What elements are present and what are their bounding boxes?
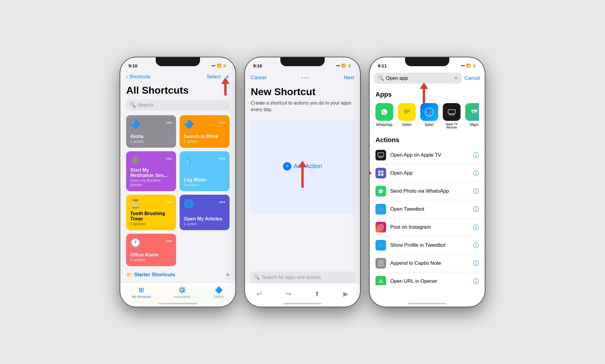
open-tweetbot-info[interactable]: ⓘ	[473, 205, 479, 213]
open-appletv-info[interactable]: ⓘ	[473, 151, 479, 159]
battery-icon-3: 🔋	[472, 64, 476, 68]
app-icon-whatsapp[interactable]: WhatsApp	[375, 103, 393, 129]
action-open-app[interactable]: Open App ⓘ	[375, 164, 479, 182]
page-title-1: All Shortcuts	[120, 83, 235, 100]
notch-3	[405, 57, 449, 66]
show-tweetbot-profile-info[interactable]: ⓘ	[473, 241, 479, 249]
office-alarm-sub: 2 actions	[130, 258, 172, 262]
post-instagram-info[interactable]: ⓘ	[473, 223, 479, 231]
share-button[interactable]: ⬆	[314, 290, 320, 298]
append-captio-info[interactable]: ⓘ	[473, 259, 479, 267]
log-water-name: Log Water	[184, 177, 225, 183]
open-appletv-label: Open App on Apple TV	[390, 152, 469, 158]
signal-icon-2: ▪▪▪	[336, 64, 340, 68]
svg-rect-4	[404, 113, 408, 113]
app-icon-appletv[interactable]: Apple TV Remote	[443, 103, 461, 129]
screen2-search-bar[interactable]: 🔍 Search for apps and actions	[250, 272, 355, 283]
whatsapp-label: WhatsApp	[376, 123, 392, 127]
open-url-info[interactable]: ⓘ	[473, 277, 479, 285]
svg-rect-23	[381, 173, 383, 176]
office-alarm-menu[interactable]: •••	[166, 238, 172, 245]
starter-plus-btn[interactable]: +	[226, 271, 230, 279]
search-bar-1[interactable]: 🔍 Search	[126, 100, 230, 110]
status-time-2: 9:10	[253, 63, 262, 68]
action-post-instagram[interactable]: Post on Instagram ⓘ	[375, 218, 479, 236]
back-label-1[interactable]: Shortcuts	[129, 74, 150, 80]
appletv-label: Apple TV Remote	[443, 123, 461, 129]
status-icons-3: ▪▪▪ 📶 🔋	[461, 64, 476, 68]
play-button[interactable]: ▶	[343, 290, 348, 298]
shortcut-log-water[interactable]: 💧 ••• Log Water 3 actions	[180, 151, 230, 191]
cancel-button-3[interactable]: Cancel	[464, 75, 480, 81]
next-button[interactable]: Next	[344, 75, 354, 81]
add-action-button[interactable]: + Add Action	[283, 162, 322, 170]
send-whatsapp-info[interactable]: ⓘ	[473, 187, 479, 195]
shortcut-articles[interactable]: 🌐 ••• Open My Articles 1 action	[180, 195, 230, 230]
tab-automation[interactable]: ⚙️ Automation	[174, 286, 191, 298]
svg-point-26	[380, 226, 382, 228]
tab-my-shortcuts[interactable]: ⊞ My Shortcuts	[132, 286, 151, 298]
aloha-menu[interactable]: •••	[166, 119, 172, 126]
shortcut-search-drive[interactable]: 🔷 ••• Search in Drive 1 action	[180, 115, 230, 148]
action-open-appletv[interactable]: Open App on Apple TV ⓘ	[375, 146, 479, 164]
action-open-tweetbot[interactable]: 🐦 Open Tweetbot ⓘ	[375, 200, 479, 218]
app-icon-notes[interactable]: Notes	[398, 103, 416, 129]
svg-rect-3	[404, 111, 410, 112]
svg-rect-21	[381, 170, 383, 173]
apps-section: Apps WhatsApp	[370, 86, 485, 131]
shortcut-tooth[interactable]: ⏳ ••• Tooth Brushing Timer 7 actions	[126, 195, 176, 230]
automation-tab-icon: ⚙️	[178, 286, 186, 294]
aloha-sub: 1 action	[130, 139, 172, 144]
open-app-info[interactable]: ⓘ	[473, 169, 479, 177]
tooth-menu[interactable]: •••	[166, 199, 172, 206]
undo-button[interactable]: ↩	[257, 290, 262, 298]
shortcut-aloha[interactable]: 🔷 ••• Aloha 1 action	[126, 115, 176, 148]
screen-search: 9:11 ▪▪▪ 📶 🔋 🔍 Open app ✕ Cancel	[370, 57, 485, 307]
log-water-menu[interactable]: •••	[219, 155, 225, 162]
home-indicator-1	[159, 303, 197, 304]
signal-icon: ▪▪▪	[212, 64, 215, 68]
apps-section-title: Apps	[375, 91, 479, 98]
select-button[interactable]: Select	[207, 74, 221, 80]
phone-frame-2: 9:10 ▪▪▪ 📶 🔋 Cancel ⋯ Next New Shortcut …	[245, 57, 360, 307]
shortcut-meditation[interactable]: ✳️ ••• Start My Meditation Ses... Open m…	[126, 151, 176, 191]
my-shortcuts-tab-label: My Shortcuts	[132, 295, 151, 298]
plus-button[interactable]: +	[225, 73, 230, 81]
app-icons-row: WhatsApp Notes	[375, 103, 479, 131]
options-button[interactable]: ⋯	[301, 73, 309, 82]
add-action-label: Add Action	[294, 163, 322, 170]
action-send-whatsapp[interactable]: Send Photo via WhatsApp ⓘ	[375, 182, 479, 200]
tab-gallery[interactable]: 🔷 Gallery	[214, 286, 224, 298]
cancel-button-2[interactable]: Cancel	[251, 75, 266, 81]
instagram-icon	[375, 222, 386, 233]
search-clear-icon[interactable]: ✕	[454, 75, 458, 81]
show-tweetbot-profile-label: Show Profile in Tweetbot	[390, 242, 469, 248]
log-water-sub: 3 actions	[184, 183, 225, 187]
add-action-container: + Add Action	[250, 119, 355, 214]
search-drive-menu[interactable]: •••	[219, 119, 225, 126]
safari-label: Safari	[425, 123, 434, 127]
battery-icon: 🔋	[223, 64, 227, 68]
maps-label: Maps	[470, 123, 478, 127]
back-button-1[interactable]: ‹ Shortcuts	[126, 74, 150, 80]
action-append-captio[interactable]: Append to Captio Note ⓘ	[375, 254, 479, 272]
search-icon-3: 🔍	[378, 75, 384, 81]
articles-name: Open My Articles	[184, 216, 225, 222]
actions-section: Actions Open App on Apple TV ⓘ	[370, 131, 485, 285]
screen3-search-bar[interactable]: 🔍 Open app ✕	[374, 73, 461, 84]
shortcut-office-alarm[interactable]: 🕐 ••• Office Alarm 2 actions	[126, 234, 176, 266]
meditation-menu[interactable]: •••	[166, 155, 172, 162]
svg-text:🗺: 🗺	[471, 108, 477, 115]
search-input-value[interactable]: Open app	[386, 75, 452, 81]
single-card-container: 🕐 ••• Office Alarm 2 actions	[120, 230, 235, 266]
app-icon-safari[interactable]: Safari	[420, 103, 438, 129]
action-open-url[interactable]: Open URL in Opener ⓘ	[375, 272, 479, 285]
articles-menu[interactable]: •••	[219, 199, 225, 206]
nav-bar-1: ‹ Shortcuts Select +	[120, 70, 235, 83]
redo-button[interactable]: ↪	[286, 290, 291, 298]
app-icon-maps[interactable]: 🗺 Maps	[465, 103, 479, 129]
appletv-icon-img	[443, 103, 461, 121]
battery-icon-2: 🔋	[347, 64, 352, 68]
notch-1	[156, 57, 200, 66]
action-show-tweetbot-profile[interactable]: 🐦 Show Profile in Tweetbot ⓘ	[375, 236, 479, 254]
